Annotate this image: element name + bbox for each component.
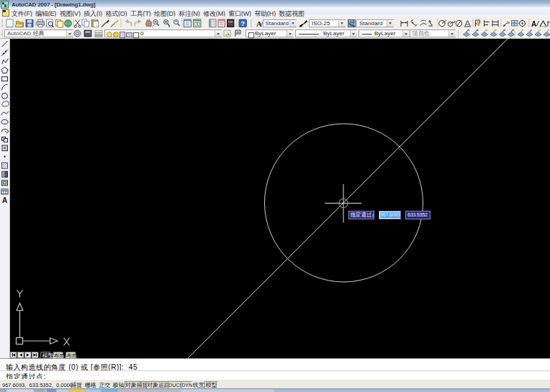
svg-text:A: A — [531, 20, 536, 28]
svg-text:?: ? — [240, 20, 245, 27]
svg-text:A: A — [2, 196, 7, 204]
svg-text:A: A — [256, 19, 262, 28]
